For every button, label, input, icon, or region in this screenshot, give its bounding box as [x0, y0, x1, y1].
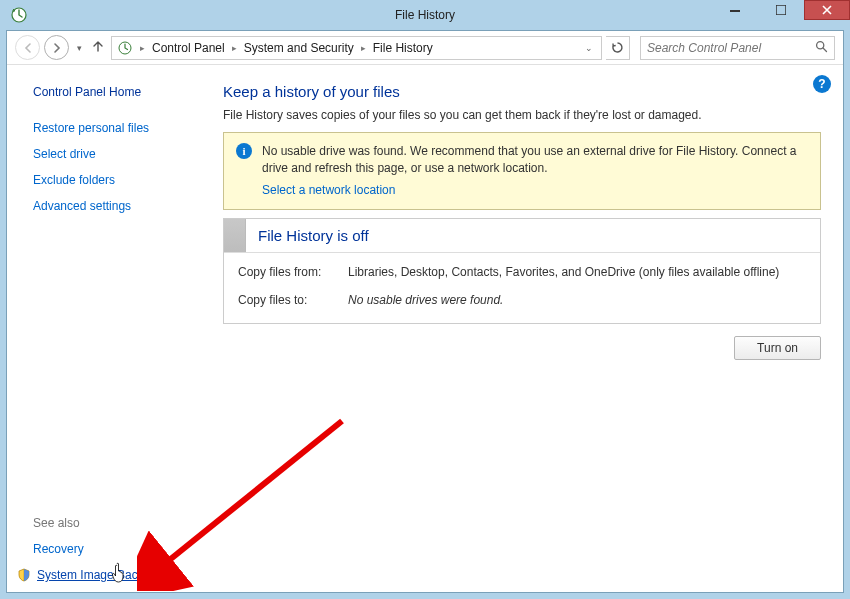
- action-row: Turn on: [223, 336, 821, 360]
- help-icon[interactable]: ?: [813, 75, 831, 93]
- status-accent-band: [224, 219, 246, 252]
- recent-locations-dropdown[interactable]: ▾: [73, 43, 85, 53]
- address-bar[interactable]: ▸ Control Panel ▸ System and Security ▸ …: [111, 36, 602, 60]
- maximize-button[interactable]: [758, 0, 804, 20]
- status-title: File History is off: [246, 219, 381, 252]
- sidebar-link-exclude[interactable]: Exclude folders: [33, 173, 199, 187]
- chevron-right-icon[interactable]: ▸: [357, 43, 370, 53]
- breadcrumb-item[interactable]: File History: [370, 39, 436, 57]
- sidebar-link-select-drive[interactable]: Select drive: [33, 147, 199, 161]
- status-row: Copy files to: No usable drives were fou…: [238, 293, 806, 307]
- location-icon: [116, 39, 134, 57]
- body: Control Panel Home Restore personal file…: [7, 65, 843, 592]
- breadcrumb-item[interactable]: Control Panel: [149, 39, 228, 57]
- back-button[interactable]: [15, 35, 40, 60]
- app-icon: [8, 4, 30, 26]
- forward-button[interactable]: [44, 35, 69, 60]
- status-value: Libraries, Desktop, Contacts, Favorites,…: [348, 265, 779, 279]
- search-box[interactable]: [640, 36, 835, 60]
- info-icon: i: [236, 143, 252, 159]
- system-image-backup-link[interactable]: System Image Backup: [37, 568, 157, 582]
- svg-rect-2: [776, 5, 786, 15]
- select-network-location-link[interactable]: Select a network location: [262, 182, 395, 199]
- svg-rect-1: [730, 10, 740, 12]
- status-header: File History is off: [224, 219, 820, 252]
- window-controls: [712, 0, 850, 20]
- address-dropdown-icon[interactable]: ⌄: [581, 43, 597, 53]
- status-label: Copy files to:: [238, 293, 348, 307]
- close-button[interactable]: [804, 0, 850, 20]
- see-also-header: See also: [33, 516, 199, 530]
- status-body: Copy files from: Libraries, Desktop, Con…: [224, 252, 820, 323]
- control-panel-home-link[interactable]: Control Panel Home: [33, 85, 199, 99]
- warning-text-container: No usable drive was found. We recommend …: [262, 143, 808, 199]
- warning-text: No usable drive was found. We recommend …: [262, 144, 796, 175]
- page-heading: Keep a history of your files: [223, 83, 821, 100]
- chevron-right-icon[interactable]: ▸: [136, 43, 149, 53]
- title-bar: File History: [0, 0, 850, 30]
- content-panel: ▾ ▸ Control Panel ▸ System and Security …: [6, 30, 844, 593]
- page-description: File History saves copies of your files …: [223, 108, 821, 122]
- navigation-bar: ▾ ▸ Control Panel ▸ System and Security …: [7, 31, 843, 65]
- refresh-button[interactable]: [606, 36, 630, 60]
- sidebar-link-advanced[interactable]: Advanced settings: [33, 199, 199, 213]
- status-value: No usable drives were found.: [348, 293, 503, 307]
- minimize-button[interactable]: [712, 0, 758, 20]
- warning-panel: i No usable drive was found. We recommen…: [223, 132, 821, 210]
- sidebar: Control Panel Home Restore personal file…: [7, 65, 217, 592]
- status-row: Copy files from: Libraries, Desktop, Con…: [238, 265, 806, 279]
- turn-on-button[interactable]: Turn on: [734, 336, 821, 360]
- chevron-right-icon[interactable]: ▸: [228, 43, 241, 53]
- search-icon[interactable]: [815, 40, 828, 56]
- breadcrumb-item[interactable]: System and Security: [241, 39, 357, 57]
- system-image-backup-row: System Image Backup: [17, 568, 199, 582]
- window-root: File History ▾: [0, 0, 850, 599]
- up-button[interactable]: [89, 39, 107, 56]
- status-label: Copy files from:: [238, 265, 348, 279]
- status-panel: File History is off Copy files from: Lib…: [223, 218, 821, 324]
- shield-icon: [17, 568, 31, 582]
- sidebar-link-restore[interactable]: Restore personal files: [33, 121, 199, 135]
- main-content: ? Keep a history of your files File Hist…: [217, 65, 843, 592]
- search-input[interactable]: [647, 41, 815, 55]
- sidebar-link-recovery[interactable]: Recovery: [33, 542, 199, 556]
